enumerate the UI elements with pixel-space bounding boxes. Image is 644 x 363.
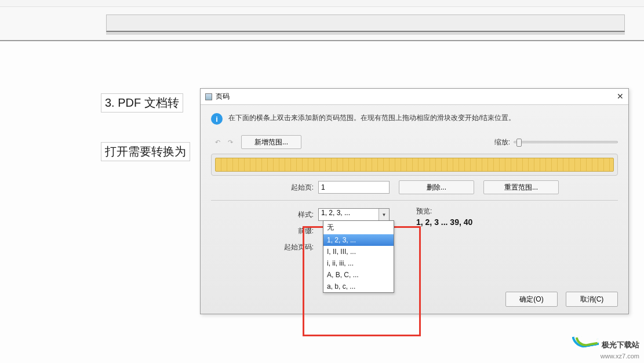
- style-option-arabic[interactable]: 1, 2, 3, ...: [323, 234, 394, 246]
- style-dropdown-value: 1, 2, 3, ...: [321, 209, 350, 217]
- page-number-dialog: 页码 ✕ i 在下面的横条上双击来添加新的页码范围。在现有范围上拖动相应的滑块改…: [200, 88, 629, 314]
- redo-icon[interactable]: ↷: [225, 137, 235, 147]
- style-option-none[interactable]: 无: [323, 221, 394, 234]
- toolbar-row: ↶ ↷ 新增范围... 缩放:: [211, 135, 618, 149]
- preview-value: 1, 2, 3 ... 39, 40: [416, 217, 472, 227]
- dialog-title: 页码: [216, 92, 230, 101]
- watermark-logo: [573, 333, 599, 347]
- document-text-2: 打开需要转换为: [101, 142, 190, 161]
- cancel-button[interactable]: 取消(C): [566, 292, 618, 307]
- chevron-down-icon: ▼: [379, 209, 389, 220]
- watermark: 极光下载站 www.xz7.com: [573, 333, 639, 361]
- dialog-icon: [205, 93, 212, 100]
- start-page-label: 起始页:: [211, 183, 318, 193]
- watermark-text-2: www.xz7.com: [601, 353, 639, 360]
- watermark-text-1: 极光下载站: [602, 340, 639, 349]
- info-icon: i: [211, 113, 223, 125]
- background-window-shadow: [106, 31, 625, 35]
- style-option-alpha-upper[interactable]: A, B, C, ...: [323, 269, 394, 281]
- preview-block: 预览: 1, 2, 3 ... 39, 40: [416, 206, 472, 227]
- divider: [211, 200, 618, 201]
- zoom-slider[interactable]: [514, 141, 618, 143]
- style-option-alpha-lower[interactable]: a, b, c, ...: [323, 281, 394, 292]
- preview-label: 预览:: [416, 206, 472, 216]
- zoom-label: 缩放:: [494, 137, 510, 147]
- dialog-titlebar[interactable]: 页码 ✕: [201, 89, 628, 105]
- zoom-group: 缩放:: [494, 137, 618, 147]
- info-text: 在下面的横条上双击来添加新的页码范围。在现有范围上拖动相应的滑块改变开始/结束位…: [228, 113, 515, 123]
- style-option-roman-upper[interactable]: I, II, III, ...: [323, 246, 394, 257]
- start-page-input[interactable]: [318, 181, 390, 194]
- undo-icon[interactable]: ↶: [212, 137, 223, 147]
- new-range-button[interactable]: 新增范围...: [241, 135, 301, 149]
- info-row: i 在下面的横条上双击来添加新的页码范围。在现有范围上拖动相应的滑块改变开始/结…: [211, 113, 618, 125]
- reset-range-button[interactable]: 重置范围...: [483, 180, 559, 194]
- delete-button[interactable]: 删除...: [399, 180, 474, 194]
- dialog-footer: 确定(O) 取消(C): [505, 292, 618, 307]
- zoom-thumb[interactable]: [516, 139, 522, 147]
- style-option-roman-lower[interactable]: i, ii, iii, ...: [323, 257, 394, 269]
- style-section: 样式: 1, 2, 3, ... ▼ 前缀: 起始页码: 预览: 1, 2, 3…: [211, 206, 618, 255]
- style-label: 样式:: [211, 210, 318, 220]
- start-num-label: 起始页码:: [211, 242, 318, 252]
- close-icon[interactable]: ✕: [617, 92, 624, 101]
- style-dropdown-list: 无 1, 2, 3, ... I, II, III, ... i, ii, ii…: [323, 220, 394, 293]
- ok-button[interactable]: 确定(O): [505, 292, 558, 307]
- background-window-strip: [106, 14, 625, 32]
- document-text-1: 3. PDF 文档转: [101, 93, 183, 112]
- start-page-row: 起始页: 删除... 重置范围...: [211, 180, 618, 194]
- prefix-label: 前缀:: [211, 226, 318, 236]
- style-dropdown[interactable]: 1, 2, 3, ... ▼: [318, 208, 390, 221]
- app-top-toolbar: [0, 0, 644, 7]
- dialog-body: i 在下面的横条上双击来添加新的页码范围。在现有范围上拖动相应的滑块改变开始/结…: [201, 105, 628, 314]
- ruler-panel: [211, 154, 618, 176]
- page-range-ruler[interactable]: [215, 158, 614, 172]
